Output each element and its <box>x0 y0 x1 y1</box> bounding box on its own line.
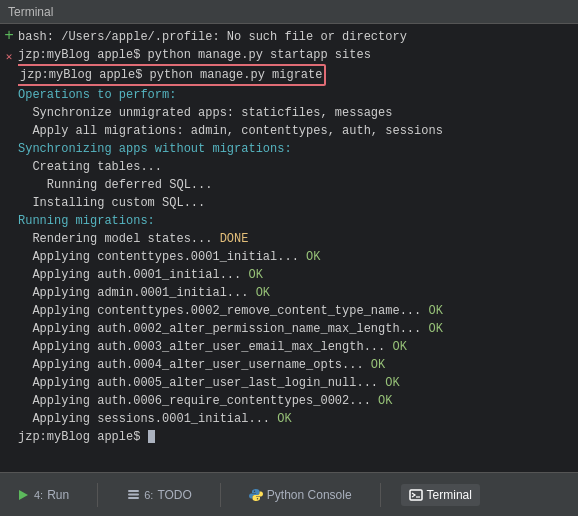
terminal-line: Running deferred SQL... <box>18 176 574 194</box>
bottom-toolbar: 4: Run 6: TODO Python Console <box>0 472 578 516</box>
toolbar-divider <box>220 483 221 507</box>
toolbar-terminal[interactable]: Terminal <box>401 484 480 506</box>
terminal-line: Applying auth.0006_require_contenttypes_… <box>18 392 574 410</box>
terminal-line: Applying auth.0002_alter_permission_name… <box>18 320 574 338</box>
terminal-line: Applying auth.0003_alter_user_email_max_… <box>18 338 574 356</box>
toolbar-todo[interactable]: 6: TODO <box>118 484 200 506</box>
python-console-label: Python Console <box>267 488 352 502</box>
title-bar: Terminal <box>0 0 578 24</box>
terminal-line: Installing custom SQL... <box>18 194 574 212</box>
svg-marker-0 <box>19 490 28 500</box>
terminal-line: Synchronize unmigrated apps: staticfiles… <box>18 104 574 122</box>
run-number: 4: <box>34 489 43 501</box>
terminal-icon <box>409 488 423 502</box>
toolbar-run[interactable]: 4: Run <box>8 484 77 506</box>
terminal-line: Applying contenttypes.0002_remove_conten… <box>18 302 574 320</box>
terminal-line: Apply all migrations: admin, contenttype… <box>18 122 574 140</box>
cursor <box>148 430 155 443</box>
terminal-line: Applying admin.0001_initial... OK <box>18 284 574 302</box>
command-highlight: jzp:myBlog apple$ python manage.py migra… <box>18 64 326 86</box>
title-bar-label: Terminal <box>8 5 53 19</box>
terminal-line: Running migrations: <box>18 212 574 230</box>
add-icon[interactable]: + <box>1 28 17 44</box>
terminal-line: Operations to perform: <box>18 86 574 104</box>
todo-icon <box>126 488 140 502</box>
terminal-line: Applying contenttypes.0001_initial... OK <box>18 248 574 266</box>
svg-rect-3 <box>128 497 139 499</box>
toolbar-python-console[interactable]: Python Console <box>241 484 360 506</box>
terminal-label: Terminal <box>427 488 472 502</box>
highlighted-command-line: jzp:myBlog apple$ python manage.py migra… <box>18 64 574 86</box>
toolbar-divider <box>380 483 381 507</box>
terminal-line: Applying auth.0001_initial... OK <box>18 266 574 284</box>
play-icon <box>16 488 30 502</box>
content-wrapper: + ✕ bash: /Users/apple/.profile: No such… <box>0 24 578 472</box>
side-gutter: + ✕ <box>0 24 18 472</box>
close-icon[interactable]: ✕ <box>1 48 17 64</box>
terminal-line: Applying sessions.0001_initial... OK <box>18 410 574 428</box>
terminal-line: Creating tables... <box>18 158 574 176</box>
toolbar-divider <box>97 483 98 507</box>
terminal-line: jzp:myBlog apple$ python manage.py start… <box>18 46 574 64</box>
svg-rect-2 <box>128 494 139 496</box>
todo-number: 6: <box>144 489 153 501</box>
terminal-line: Rendering model states... DONE <box>18 230 574 248</box>
terminal-line: Synchronizing apps without migrations: <box>18 140 574 158</box>
svg-rect-1 <box>128 490 139 492</box>
terminal-content: bash: /Users/apple/.profile: No such fil… <box>18 24 578 472</box>
python-icon <box>249 488 263 502</box>
run-label: Run <box>47 488 69 502</box>
terminal-line: Applying auth.0004_alter_user_username_o… <box>18 356 574 374</box>
terminal-line: Applying auth.0005_alter_user_last_login… <box>18 374 574 392</box>
todo-label: TODO <box>157 488 191 502</box>
terminal-line: bash: /Users/apple/.profile: No such fil… <box>18 28 574 46</box>
terminal-prompt: jzp:myBlog apple$ <box>18 428 574 446</box>
